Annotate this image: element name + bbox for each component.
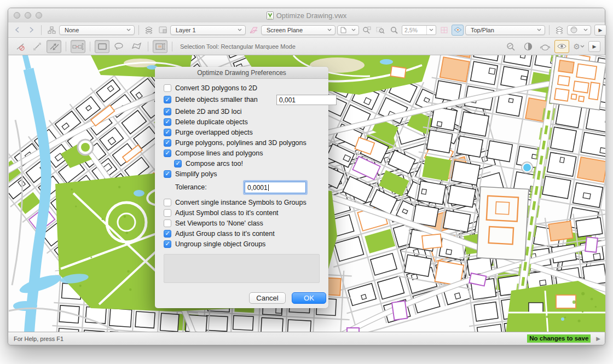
checkbox[interactable]: ✓ [164, 240, 171, 248]
sheet-layers-icon[interactable] [553, 25, 565, 36]
status-bar: For Help, press F1 No changes to save ▶ [8, 332, 605, 345]
dialog-checkbox-row: Convert single instance Symbols to Group… [164, 197, 324, 207]
close-button[interactable] [14, 12, 20, 19]
zoom-level-combo[interactable]: 2,5% [402, 25, 436, 35]
dialog-checkbox-row: ✓Adjust Group class to it's content [164, 228, 324, 239]
checkbox[interactable] [164, 209, 171, 217]
settings-gear-button[interactable]: ⚙ [571, 40, 586, 53]
tool-bar: Selection Tool: Rectangular Marquee Mode… [8, 38, 605, 55]
tolerance-field[interactable]: 0,0001 [245, 182, 306, 193]
dialog-checkbox-row: Set Viewports to 'None' class [164, 218, 324, 228]
checkbox[interactable]: ✓ [164, 230, 171, 238]
cancel-button[interactable]: Cancel [249, 292, 286, 304]
reference-plane-icon[interactable] [438, 25, 450, 36]
checkbox[interactable]: ✓ [164, 170, 171, 178]
zoom-level-value: 2,5% [402, 27, 426, 33]
checkbox-label: Ungroup single object Groups [175, 240, 265, 248]
dialog-checkbox-row: ✓Compose lines and polygons [164, 148, 324, 158]
layer-options-icon[interactable] [157, 25, 169, 36]
class-dropdown[interactable]: None [59, 25, 135, 35]
render-teapot-button[interactable] [537, 40, 552, 53]
chevron-down-icon [583, 28, 588, 31]
dialog-checkbox-row: ✓Ungroup single object Groups [164, 239, 324, 249]
checkbox[interactable] [164, 219, 171, 227]
tolerance-row: Tolerance: 0,0001 [164, 182, 324, 193]
zoom-level-caret[interactable] [426, 26, 436, 34]
dialog-checkbox-row: ✓Purge polygons, polylines and 3D polygo… [164, 137, 324, 148]
pan-window-button[interactable] [153, 40, 167, 53]
unified-view-button[interactable] [452, 25, 464, 36]
nav-back-button[interactable] [11, 25, 24, 36]
layer-dropdown-value: Layer 1 [176, 27, 196, 33]
desktop: Optimize Drawing.vwx None Layer 1 Screen… [0, 0, 613, 364]
status-expand-arrow-icon[interactable]: ▶ [596, 336, 600, 342]
checkbox[interactable]: ✓ [164, 118, 171, 126]
marquee-zoom-icon[interactable] [374, 25, 386, 36]
fit-objects-zoom-icon[interactable] [361, 25, 373, 36]
dialog-checklist-top: Convert 3D polygons to 2D✓Delete objects… [164, 83, 324, 179]
checkbox[interactable] [164, 84, 171, 92]
layers-stack-icon[interactable] [143, 25, 155, 36]
checkbox[interactable]: ✓ [164, 139, 171, 147]
zoom-line-thickness-button[interactable] [504, 40, 518, 53]
toolbar-expand-button[interactable]: ▶ [594, 25, 606, 36]
dialog-checkbox-row: ✓Simplify polys [164, 169, 324, 179]
ok-button[interactable]: OK [292, 292, 326, 304]
document-settings-dropdown[interactable] [337, 25, 359, 35]
toolbar2-expand-button[interactable]: ▶ [588, 41, 600, 52]
zoom-icon[interactable] [388, 25, 400, 36]
render-mode-dropdown[interactable] [567, 25, 591, 35]
chevron-down-icon [351, 28, 356, 31]
tolerance-value: 0,0001 [247, 184, 268, 192]
dialog-titlebar[interactable]: Optimize Drawing Preferences [155, 67, 328, 79]
zoom-button[interactable] [36, 12, 42, 19]
dialog-checkbox-row: ✓Purge overlapped objects [164, 127, 324, 137]
interactive-scaling-multi-button[interactable] [47, 40, 61, 53]
nav-forward-button[interactable] [25, 25, 37, 36]
marquee-rect-mode-button[interactable] [95, 40, 109, 53]
checkbox[interactable]: ✓ [174, 160, 182, 167]
tolerance-label: Tolerance: [175, 183, 207, 191]
separator [549, 25, 550, 35]
checkbox-label: Simplify polys [175, 170, 217, 178]
checkbox[interactable]: ✓ [164, 96, 171, 103]
dimension-constraint-button[interactable] [71, 40, 85, 53]
contrast-button[interactable] [521, 40, 535, 53]
text-caret [268, 184, 269, 191]
checkbox[interactable] [164, 199, 171, 206]
plane-dropdown-value: Screen Plane [267, 27, 303, 33]
checkbox-label: Compose arcs too! [186, 160, 243, 167]
minimize-button[interactable] [25, 12, 31, 19]
chevron-down-icon [238, 28, 242, 31]
checkbox[interactable]: ✓ [164, 108, 171, 115]
separator [138, 25, 139, 35]
chevron-down-icon [429, 28, 433, 31]
plane-mode-icon[interactable] [247, 25, 259, 36]
smaller-than-value-field[interactable]: 0,001 [276, 95, 337, 105]
render-sphere-icon [570, 26, 577, 33]
layer-dropdown[interactable]: Layer 1 [170, 25, 246, 35]
dialog-title: Optimize Drawing Preferences [197, 69, 286, 77]
chevron-down-icon [126, 28, 131, 31]
interactive-scaling-single-button[interactable] [30, 40, 44, 53]
view-dropdown-value: Top/Plan [471, 27, 494, 33]
view-dropdown[interactable]: Top/Plan [465, 25, 545, 35]
show-tips-eye-button[interactable] [554, 40, 569, 53]
tool-status-text: Selection Tool: Rectangular Marquee Mode [180, 43, 296, 50]
progress-area [164, 254, 320, 283]
dialog-checkbox-row: ✓Delete duplicate objects [164, 117, 324, 127]
interactive-scaling-off-button[interactable] [13, 40, 27, 53]
checkbox-label: Delete 2D and 3D loci [175, 108, 242, 115]
marquee-lasso-mode-button[interactable] [112, 40, 126, 53]
saved-views-icon[interactable] [45, 25, 57, 36]
window-titlebar[interactable]: Optimize Drawing.vwx [8, 8, 605, 23]
plane-dropdown[interactable]: Screen Plane [261, 25, 336, 35]
checkbox[interactable]: ✓ [164, 129, 171, 136]
checkbox-label: Purge polygons, polylines and 3D polygon… [175, 139, 307, 147]
separator [148, 42, 148, 51]
checkbox[interactable]: ✓ [164, 149, 171, 157]
chevron-down-icon [537, 28, 541, 31]
dialog-checkbox-row: ✓Delete objects smaller than0,001 [164, 93, 324, 106]
marquee-polygon-mode-button[interactable] [129, 40, 143, 53]
checkbox-label: Adjust Group class to it's content [175, 230, 275, 238]
